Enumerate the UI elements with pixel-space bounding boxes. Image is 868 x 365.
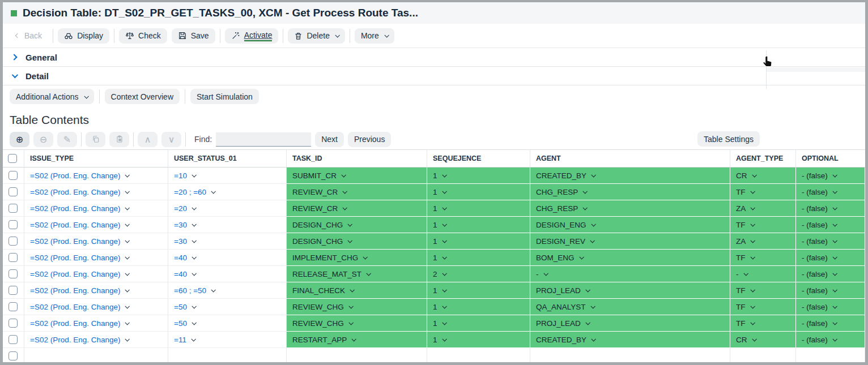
cell-agent-type[interactable]: ZA xyxy=(730,233,796,250)
row-select-checkbox[interactable] xyxy=(3,217,24,233)
cell-task-id[interactable]: DESIGN_CHG xyxy=(287,217,427,233)
row-select-checkbox[interactable] xyxy=(3,266,24,282)
cell-agent[interactable]: DESIGN_ENG xyxy=(530,217,730,233)
row-select-checkbox[interactable] xyxy=(3,168,24,184)
column-header-optional[interactable]: OPTIONAL xyxy=(796,150,865,167)
cell-agent-type[interactable]: TF xyxy=(730,299,796,315)
cell-issue-type[interactable]: =S02 (Prod. Eng. Change) xyxy=(24,250,168,266)
cell-agent[interactable]: - xyxy=(530,266,730,282)
cell-task-id[interactable]: RESTART_APP xyxy=(287,332,427,348)
cell-agent[interactable]: QA_ANALYST xyxy=(530,299,730,315)
cell-task-id[interactable]: REVIEW_CHG xyxy=(287,299,427,315)
cell-optional[interactable]: - (false) xyxy=(796,184,865,200)
cell-issue-type[interactable]: =S02 (Prod. Eng. Change) xyxy=(24,266,168,282)
cell-optional[interactable]: - (false) xyxy=(796,233,865,250)
cell-user-status-01[interactable]: =30 xyxy=(168,217,287,233)
select-all-checkbox[interactable] xyxy=(3,150,24,167)
cell-agent[interactable]: CREATED_BY xyxy=(530,168,730,184)
find-next-button[interactable]: Next xyxy=(315,132,344,147)
copy-row-button[interactable] xyxy=(86,132,105,147)
cell-issue-type[interactable]: =S02 (Prod. Eng. Change) xyxy=(24,282,168,299)
cell-optional[interactable]: - (false) xyxy=(796,315,865,332)
cell-agent-type[interactable]: ZA xyxy=(730,200,796,217)
column-header-agent[interactable]: AGENT xyxy=(530,150,730,167)
cell-agent[interactable]: CREATED_BY xyxy=(530,332,730,348)
cell-sequejence[interactable]: 1 xyxy=(427,184,530,200)
cell-user-status-01[interactable]: =60 ; =50 xyxy=(168,282,287,299)
row-select-checkbox[interactable] xyxy=(3,250,24,266)
cell-user-status-01[interactable]: =20 xyxy=(168,200,287,217)
cell-optional[interactable]: - (false) xyxy=(796,250,865,266)
cell-sequejence[interactable]: 1 xyxy=(427,282,530,299)
cell-user-status-01[interactable]: =30 xyxy=(168,233,287,250)
row-select-checkbox[interactable] xyxy=(3,233,24,250)
cell-sequejence[interactable]: 2 xyxy=(427,266,530,282)
activate-button[interactable]: Activate xyxy=(225,28,279,44)
column-header-sequejence[interactable]: SEQUEJENCE xyxy=(427,150,530,167)
row-select-checkbox[interactable] xyxy=(3,299,24,315)
cell-agent-type[interactable]: TF xyxy=(730,250,796,266)
cell-user-status-01[interactable]: =40 xyxy=(168,250,287,266)
cell-agent[interactable]: CHG_RESP xyxy=(530,200,730,217)
back-button[interactable]: Back xyxy=(10,28,48,44)
remove-row-button[interactable]: ⊖ xyxy=(33,132,53,147)
cell-optional[interactable]: - (false) xyxy=(796,266,865,282)
cell-issue-type[interactable]: =S02 (Prod. Eng. Change) xyxy=(24,217,168,233)
find-input[interactable] xyxy=(216,132,311,147)
cell-user-status-01[interactable]: =40 xyxy=(168,266,287,282)
cell-sequejence[interactable]: 1 xyxy=(427,250,530,266)
row-select-checkbox[interactable] xyxy=(3,184,24,200)
display-button[interactable]: Display xyxy=(58,28,109,44)
cell-issue-type[interactable]: =S02 (Prod. Eng. Change) xyxy=(24,332,168,348)
cell-user-status-01[interactable]: =20 ; =60 xyxy=(168,184,287,200)
cell-sequejence[interactable]: 1 xyxy=(427,217,530,233)
cell-task-id[interactable]: IMPLEMENT_CHG xyxy=(287,250,427,266)
cell-sequejence[interactable]: 1 xyxy=(427,299,530,315)
cell-agent-type[interactable]: - xyxy=(730,266,796,282)
cell-optional[interactable]: - (false) xyxy=(796,217,865,233)
cell-agent[interactable]: BOM_ENG xyxy=(530,250,730,266)
cell-optional[interactable]: - (false) xyxy=(796,299,865,315)
cell-sequejence[interactable]: 1 xyxy=(427,200,530,217)
cell-task-id[interactable]: REVIEW_CR xyxy=(287,184,427,200)
cell-user-status-01[interactable]: =50 xyxy=(168,315,287,332)
edit-row-button[interactable]: ✎ xyxy=(57,132,77,147)
cell-optional[interactable]: - (false) xyxy=(796,332,865,348)
cell-task-id[interactable]: REVIEW_CR xyxy=(287,200,427,217)
check-button[interactable]: Check xyxy=(119,28,167,44)
cell-optional[interactable]: - (false) xyxy=(796,200,865,217)
cell-issue-type[interactable]: =S02 (Prod. Eng. Change) xyxy=(24,315,168,332)
cell-user-status-01[interactable]: =11 xyxy=(168,332,287,348)
cell-sequejence[interactable]: 1 xyxy=(427,332,530,348)
additional-actions-button[interactable]: Additional Actions xyxy=(10,89,94,104)
context-overview-button[interactable]: Context Overview xyxy=(105,89,180,104)
cell-agent-type[interactable]: CR xyxy=(730,332,796,348)
cell-issue-type[interactable]: =S02 (Prod. Eng. Change) xyxy=(24,168,168,184)
section-general[interactable]: General xyxy=(3,48,865,67)
move-down-button[interactable]: ∨ xyxy=(161,132,181,147)
column-header-issue-type[interactable]: ISSUE_TYPE xyxy=(24,150,168,167)
move-up-button[interactable]: ∧ xyxy=(138,132,158,147)
cell-task-id[interactable]: SUBMIT_CR xyxy=(287,168,427,184)
cell-optional[interactable]: - (false) xyxy=(796,168,865,184)
column-header-task-id[interactable]: TASK_ID xyxy=(287,150,427,167)
add-row-button[interactable]: ⊕ xyxy=(10,132,29,147)
section-detail[interactable]: Detail xyxy=(3,67,865,85)
cell-optional[interactable]: - (false) xyxy=(796,282,865,299)
cell-agent-type[interactable]: TF xyxy=(730,315,796,332)
paste-row-button[interactable] xyxy=(109,132,129,147)
save-button[interactable]: Save xyxy=(172,28,215,44)
find-previous-button[interactable]: Previous xyxy=(348,132,391,147)
cell-issue-type[interactable]: =S02 (Prod. Eng. Change) xyxy=(24,200,168,217)
cell-sequejence[interactable]: 1 xyxy=(427,233,530,250)
more-button[interactable]: More xyxy=(355,28,394,44)
cell-sequejence[interactable]: 1 xyxy=(427,315,530,332)
cell-task-id[interactable]: RELEASE_MAT_ST xyxy=(287,266,427,282)
column-header-agent-type[interactable]: AGENT_TYPE xyxy=(730,150,796,167)
cell-agent[interactable]: CHG_RESP xyxy=(530,184,730,200)
cell-user-status-01[interactable]: =10 xyxy=(168,168,287,184)
cell-agent[interactable]: DESIGN_REV xyxy=(530,233,730,250)
cell-agent[interactable]: PROJ_LEAD xyxy=(530,315,730,332)
cell-agent-type[interactable]: TF xyxy=(730,217,796,233)
cell-task-id[interactable]: REVIEW_CHG xyxy=(287,315,427,332)
